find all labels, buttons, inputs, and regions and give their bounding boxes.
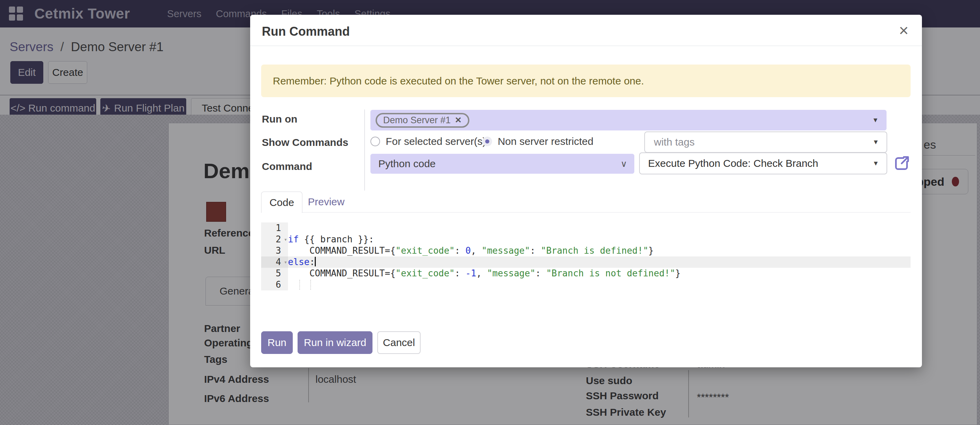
code-line-3[interactable]: 3 COMMAND_RESULT={"exit_code": 0, "messa… bbox=[261, 245, 911, 257]
radio-off-icon[interactable] bbox=[371, 136, 380, 146]
code-line-4[interactable]: 4▾else: bbox=[261, 257, 911, 268]
line-number: 6 bbox=[261, 279, 288, 290]
tabs-bottom-border bbox=[302, 212, 911, 212]
run-command-modal: Run Command × Remember: Python code is e… bbox=[250, 15, 922, 367]
fold-arrow-icon[interactable]: ▾ bbox=[284, 234, 287, 245]
command-type-select[interactable]: Python code ∨ bbox=[371, 154, 634, 174]
external-link-icon[interactable] bbox=[893, 154, 911, 172]
close-icon[interactable]: × bbox=[899, 21, 908, 40]
chevron-down-icon: ▼ bbox=[872, 160, 886, 167]
text-cursor bbox=[315, 257, 316, 266]
show-commands-label: Show Commands bbox=[262, 136, 348, 148]
run-in-wizard-button[interactable]: Run in wizard bbox=[298, 331, 372, 354]
radio-non-server-restricted[interactable]: Non server restricted bbox=[482, 136, 593, 147]
tab-preview[interactable]: Preview bbox=[308, 196, 345, 208]
label-column-divider bbox=[364, 109, 365, 190]
line-number: 5 bbox=[261, 268, 288, 279]
run-on-label: Run on bbox=[262, 113, 297, 125]
command-label: Command bbox=[262, 161, 312, 172]
chevron-down-icon: ∨ bbox=[620, 159, 634, 169]
chevron-down-icon: ▼ bbox=[872, 138, 886, 146]
radio-for-selected-servers[interactable]: For selected server(s) bbox=[371, 136, 486, 147]
indent-guide bbox=[310, 280, 311, 290]
tab-code[interactable]: Code bbox=[261, 192, 302, 213]
modal-header-divider bbox=[250, 46, 922, 46]
python-warning-alert: Remember: Python code is executed on the… bbox=[261, 65, 911, 97]
screen: Cetmix Tower ServersCommandsFilesToolsSe… bbox=[0, 0, 980, 425]
command-select[interactable]: Execute Python Code: Check Branch ▼ bbox=[639, 152, 887, 174]
line-number: 1 bbox=[261, 222, 288, 234]
line-number: 4▾ bbox=[261, 257, 288, 268]
line-number: 2▾ bbox=[261, 234, 288, 245]
run-on-select[interactable]: Demo Server #1 ✕ ▼ bbox=[371, 110, 886, 130]
code-line-2[interactable]: 2▾if {{ branch }}: bbox=[261, 234, 911, 245]
chevron-down-icon: ▼ bbox=[872, 116, 886, 124]
cancel-button[interactable]: Cancel bbox=[377, 331, 421, 354]
server-tag-pill: Demo Server #1 ✕ bbox=[375, 113, 469, 128]
remove-tag-icon[interactable]: ✕ bbox=[455, 115, 462, 125]
line-number: 3 bbox=[261, 245, 288, 257]
indent-guide bbox=[299, 280, 300, 290]
code-line-1[interactable]: 1 bbox=[261, 222, 911, 234]
code-editor[interactable]: 12▾if {{ branch }}:3 COMMAND_RESULT={"ex… bbox=[261, 222, 911, 290]
fold-arrow-icon[interactable]: ▾ bbox=[284, 257, 287, 268]
with-tags-select[interactable]: with tags ▼ bbox=[644, 132, 887, 153]
modal-title: Run Command bbox=[262, 24, 350, 39]
radio-on-icon[interactable] bbox=[482, 136, 492, 146]
code-line-6[interactable]: 6 bbox=[261, 279, 911, 290]
run-button[interactable]: Run bbox=[261, 331, 293, 354]
code-line-5[interactable]: 5 COMMAND_RESULT={"exit_code": -1, "mess… bbox=[261, 268, 911, 279]
